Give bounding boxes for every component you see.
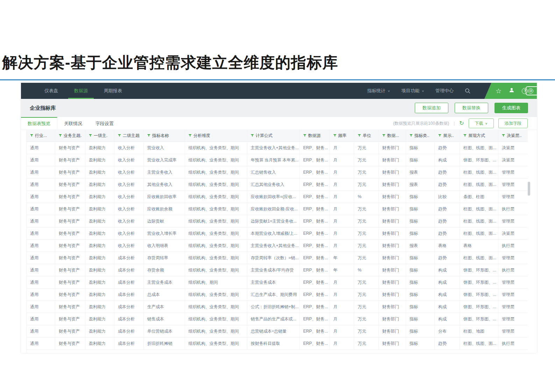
table-cell: 财务与资产: [55, 289, 85, 300]
filter-icon[interactable]: [303, 134, 306, 137]
table-cell: ERP、财务...: [300, 179, 330, 190]
table-cell: 财务与资产: [55, 325, 85, 337]
filter-icon[interactable]: [188, 134, 192, 137]
filter-icon[interactable]: [251, 134, 254, 137]
filter-icon[interactable]: [333, 134, 336, 137]
user-icon[interactable]: [508, 87, 515, 95]
table-cell: 指标: [406, 313, 435, 325]
table-col-header: 数据源: [300, 130, 330, 141]
table-cell: 汇总其他业务收入: [247, 179, 300, 190]
chevron-down-icon: ∨: [485, 122, 488, 125]
table-cell: 月: [330, 301, 354, 313]
table-row: 通用财务与资产盈利能力收入分析收入明细表组织机构、业务类型、期间主营业务收入+其…: [27, 240, 528, 252]
table-cell: 其他业务收入: [144, 179, 185, 190]
table-cell: 通用: [27, 325, 55, 337]
table-cell: 趋势: [435, 166, 460, 178]
table-row: 通用财务与资产盈利能力收入分析边际贡献组织机构、业务类型、期间边际贡献1=主营业…: [27, 215, 528, 227]
table-row: 通用财务与资产盈利能力收入分析应收账款余额组织机构、业务类型、期间应收账款收回金…: [27, 203, 528, 215]
table-cell: 营业收入增长率: [144, 227, 185, 239]
table-cell: 趋势: [435, 203, 460, 215]
table-cell: ERP、财务...: [300, 240, 330, 252]
search-icon[interactable]: [465, 88, 470, 94]
sub-tab[interactable]: 字段设置: [89, 117, 120, 130]
table-col-header: 单位: [354, 130, 379, 141]
column-label: 单位: [363, 133, 371, 139]
table-cell: 月: [330, 240, 354, 252]
sub-tab[interactable]: 数据表预览: [21, 117, 57, 130]
table-cell: 成本分析: [114, 313, 144, 325]
sub-tabs: 数据表预览关联情况字段设置: [21, 117, 120, 130]
table-cell: 饼图、环形图、...: [460, 154, 498, 166]
table-cell: 组织机构、业务类型、期间: [185, 313, 247, 325]
header-button[interactable]: 数据追加: [415, 103, 448, 113]
download-button[interactable]: 下载 ∨: [469, 118, 494, 128]
table-cell: 组织机构、业务类型、期间: [185, 154, 247, 166]
table-cell: 盈利能力: [85, 301, 114, 313]
table-cell: ERP、财务...: [300, 276, 330, 288]
table-cell: 指标: [406, 325, 435, 337]
filter-icon[interactable]: [89, 134, 92, 137]
nav-menu[interactable]: 指标统计∨: [367, 88, 390, 94]
table-cell: 财务部门: [379, 252, 406, 264]
filter-icon[interactable]: [463, 134, 467, 137]
table-cell: 成本分析: [114, 301, 144, 313]
table-cell: 柱图、线图、面...: [460, 252, 498, 264]
table-cell: 财务部门: [379, 227, 406, 239]
table-cell: 组织机构、业务类型、期间: [185, 325, 247, 337]
star-icon[interactable]: ☆: [496, 88, 501, 94]
refresh-icon[interactable]: ↻: [459, 121, 464, 126]
sub-tab[interactable]: 关联情况: [57, 117, 89, 130]
table-row: 通用财务与资产盈利能力收入分析其他业务收入组织机构、业务类型、期间汇总其他业务收…: [27, 179, 528, 191]
nav-menu[interactable]: 项目功能∨: [401, 88, 424, 94]
table-cell: 收入明细表: [144, 240, 185, 252]
table-col-header: 展现方式: [460, 130, 498, 141]
add-field-button[interactable]: 添加字段: [498, 118, 528, 128]
page-title: 企业指标库: [30, 105, 56, 111]
filter-icon[interactable]: [382, 134, 385, 137]
filter-icon[interactable]: [59, 134, 62, 137]
table-cell: 财务与资产: [55, 142, 85, 154]
table-cell: 财务与资产: [55, 252, 85, 264]
table-col-header: 二级主题: [114, 130, 144, 141]
table-cell: 通用: [27, 227, 55, 239]
vertical-scrollbar[interactable]: [528, 182, 530, 196]
table-cell: 存货余额: [144, 264, 185, 276]
table-cell: 饼图、环形图、...: [460, 276, 498, 288]
column-label: 数据...: [387, 133, 399, 139]
table-cell: 执行层: [498, 337, 528, 349]
table-cell: 单位营销成本: [144, 325, 185, 337]
nav-tab[interactable]: 周期报表: [96, 83, 130, 99]
header-button[interactable]: 生成图表: [494, 103, 528, 113]
table-cell: 柱图、线图、面...: [460, 227, 498, 239]
table-cell: 收入分析: [114, 179, 144, 190]
table-body: 通用财务与资产盈利能力收入分析营业收入组织机构、业务类型、期间主营业务收入+其他…: [27, 142, 528, 350]
table-cell: 盈利能力: [85, 154, 114, 166]
table-cell: 通用: [27, 166, 55, 178]
table-cell: 通用: [27, 179, 55, 190]
nav-tab[interactable]: 数据源: [66, 83, 96, 99]
table-toolbar: (数据预览只展示前100条数据) | ↻ 下载 ∨ 添加字段: [393, 117, 537, 130]
header-button[interactable]: 数据替换: [455, 103, 488, 113]
table-cell: 表格: [460, 240, 498, 252]
table-cell: ERP、财务...: [300, 337, 330, 349]
table-cell: 月: [330, 179, 354, 190]
nav-menu[interactable]: 管理中心: [435, 88, 454, 94]
table-cell: 收入分析: [114, 142, 144, 154]
table-cell: 指标: [406, 252, 435, 264]
table-cell: 指标: [406, 227, 435, 239]
filter-icon[interactable]: [502, 134, 505, 137]
table-cell: 生产成本: [144, 301, 185, 313]
filter-icon[interactable]: [438, 134, 441, 137]
filter-icon[interactable]: [118, 134, 121, 137]
filter-icon[interactable]: [358, 134, 361, 137]
filter-icon[interactable]: [147, 134, 150, 137]
table-cell: ERP、财务...: [300, 203, 330, 215]
table-cell: 通用: [27, 154, 55, 166]
table-cell: 组织机构、业务类型、期间: [185, 142, 247, 154]
nav-tab[interactable]: 仪表盘: [36, 83, 66, 99]
badge-icon[interactable]: @: [526, 86, 537, 95]
filter-icon[interactable]: [410, 134, 413, 137]
filter-icon[interactable]: [30, 134, 33, 137]
page-header: 企业指标库 数据追加数据替换生成图表: [21, 99, 537, 117]
table-cell: 万元: [354, 203, 379, 215]
